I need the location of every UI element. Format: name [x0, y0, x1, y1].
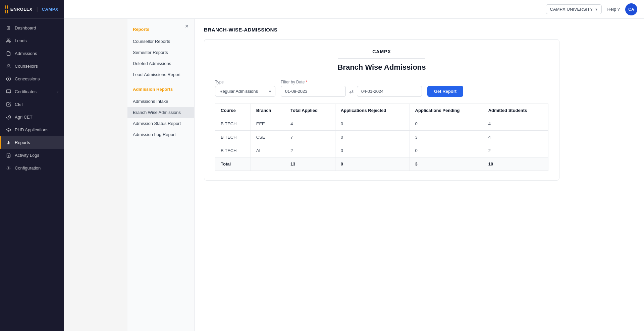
help-link[interactable]: Help ?: [607, 7, 620, 12]
chevron-down-icon: ▾: [595, 7, 597, 12]
cell-admitted: 4: [483, 117, 548, 131]
table-row: B TECH EEE 4 0 0 4: [215, 117, 548, 131]
reports-icon: [5, 139, 11, 145]
type-select[interactable]: Regular Admissions ▾: [215, 86, 275, 97]
sidebar-item-dashboard[interactable]: ⊞ Dashboard: [0, 21, 64, 34]
date-range: ⇄: [281, 86, 422, 97]
sidebar-item-leads[interactable]: Leads: [0, 34, 64, 47]
table-body: B TECH EEE 4 0 0 4 B TECH CSE 7 0 3 4 B …: [215, 117, 548, 171]
sidebar-item-activity-logs[interactable]: Activity Logs: [0, 149, 64, 161]
get-report-button[interactable]: Get Report: [427, 86, 463, 97]
agri-cet-icon: [5, 114, 11, 120]
cell-total-applied: 7: [285, 131, 335, 144]
report-card: CAMPX Branch Wise Admissions Type Regula…: [204, 39, 559, 181]
submenu-item-admissions-intake[interactable]: Admissions Intake: [127, 96, 194, 107]
activity-logs-icon: [5, 152, 11, 158]
counsellors-icon: [5, 63, 11, 69]
submenu-item-lead-admissions-report[interactable]: Lead-Admissions Report: [127, 69, 194, 80]
svg-point-0: [7, 39, 9, 40]
table-row: B TECH CSE 7 0 3 4: [215, 131, 548, 144]
table-header: Course Branch Total Applied Applications…: [215, 104, 548, 117]
sidebar-item-label: Concessions: [15, 76, 40, 81]
cell-pending: 0: [410, 117, 483, 131]
submenu-item-counsellor-reports[interactable]: Counsellor Reports: [127, 36, 194, 47]
report-heading: Branch Wise Admissions: [215, 63, 548, 72]
sidebar-item-concessions[interactable]: Concessions: [0, 72, 64, 85]
sidebar-item-label: CET: [15, 102, 23, 107]
dashboard-icon: ⊞: [5, 25, 11, 31]
submenu-item-admission-status-report[interactable]: Admission Status Report: [127, 118, 194, 129]
submenu-item-admission-log-report[interactable]: Admission Log Report: [127, 129, 194, 140]
cell-admitted: 4: [483, 131, 548, 144]
leads-icon: [5, 38, 11, 44]
col-total-applied: Total Applied: [285, 104, 335, 117]
content-area: BRANCH-WISE-ADMISSIONS CAMPX Branch Wise…: [195, 19, 644, 331]
sidebar: ENROLLX | CAMPX ⊞ Dashboard Leads Admiss…: [0, 0, 64, 331]
cell-branch: CSE: [251, 131, 285, 144]
user-avatar[interactable]: CA: [625, 3, 637, 15]
brand-name: ENROLLX: [10, 7, 33, 12]
product-name: CAMPX: [42, 7, 58, 12]
sidebar-item-admissions[interactable]: Admissions: [0, 47, 64, 60]
sidebar-item-label: Certificates: [15, 89, 37, 94]
active-indicator: [0, 136, 1, 149]
cell-total-label: Total: [215, 157, 251, 171]
sidebar-item-configuration[interactable]: Configuration: [0, 161, 64, 174]
configuration-icon: [5, 165, 11, 171]
logo-separator: |: [36, 6, 38, 12]
submenu-panel: ✕ Reports Counsellor Reports Semester Re…: [127, 19, 195, 331]
sidebar-item-label: Configuration: [15, 166, 41, 171]
sidebar-item-counsellors[interactable]: Counsellors: [0, 60, 64, 72]
sidebar-item-label: Counsellors: [15, 64, 38, 69]
type-filter-group: Type Regular Admissions ▾: [215, 80, 275, 97]
sidebar-item-phd[interactable]: PHD Applications: [0, 123, 64, 136]
date-to-input[interactable]: [357, 86, 422, 97]
cell-total-admitted: 10: [483, 157, 548, 171]
cell-pending: 3: [410, 131, 483, 144]
cet-icon: [5, 101, 11, 107]
submenu-section2-title: Admission Reports: [127, 84, 194, 94]
report-org-name: CAMPX: [215, 49, 548, 54]
type-label: Type: [215, 80, 275, 84]
phd-icon: [5, 127, 11, 133]
date-label: Filter by Date *: [281, 80, 422, 84]
report-header: CAMPX Branch Wise Admissions: [215, 49, 548, 72]
chevron-down-icon: ▾: [269, 89, 271, 94]
submenu-close-button[interactable]: ✕: [183, 23, 190, 29]
topbar: CAMPX UNIVERSITY ▾ Help ? CA: [64, 0, 644, 19]
sidebar-item-label: Dashboard: [15, 25, 36, 30]
cell-total-applied: 4: [285, 117, 335, 131]
cell-total-rejected: 0: [335, 157, 410, 171]
university-name: CAMPX UNIVERSITY: [550, 7, 593, 12]
sidebar-item-label: Activity Logs: [15, 153, 39, 158]
cell-course: B TECH: [215, 131, 251, 144]
sidebar-item-label: Leads: [15, 38, 26, 43]
svg-rect-5: [6, 89, 11, 92]
sidebar-item-cet[interactable]: CET: [0, 98, 64, 111]
col-rejected: Applications Rejected: [335, 104, 410, 117]
filters-row: Type Regular Admissions ▾ Filter by Date…: [215, 80, 548, 97]
cell-branch: AI: [251, 144, 285, 157]
cell-rejected: 0: [335, 131, 410, 144]
date-from-input[interactable]: [281, 86, 346, 97]
table-total-row: Total 13 0 3 10: [215, 157, 548, 171]
cell-total-applied: 2: [285, 144, 335, 157]
university-selector[interactable]: CAMPX UNIVERSITY ▾: [546, 4, 602, 14]
concessions-icon: [5, 76, 11, 82]
submenu-item-branch-wise-admissions[interactable]: Branch Wise Admissions: [127, 107, 194, 118]
col-admitted: Admitted Students: [483, 104, 548, 117]
sidebar-item-reports[interactable]: Reports: [0, 136, 64, 149]
chevron-right-icon: ›: [57, 90, 58, 93]
submenu-item-deleted-admissions[interactable]: Deleted Admissions: [127, 58, 194, 69]
admissions-icon: [5, 50, 11, 56]
submenu-item-semester-reports[interactable]: Semester Reports: [127, 47, 194, 58]
cell-pending: 0: [410, 144, 483, 157]
col-course: Course: [215, 104, 251, 117]
type-select-value: Regular Admissions: [219, 89, 258, 94]
sidebar-item-certificates[interactable]: Certificates ›: [0, 85, 64, 98]
certificates-icon: [5, 88, 11, 94]
sidebar-item-label: Admissions: [15, 51, 37, 56]
sidebar-item-agri-cet[interactable]: Agri CET: [0, 111, 64, 123]
date-arrow-icon: ⇄: [349, 88, 354, 94]
sidebar-item-label: Agri CET: [15, 115, 33, 120]
